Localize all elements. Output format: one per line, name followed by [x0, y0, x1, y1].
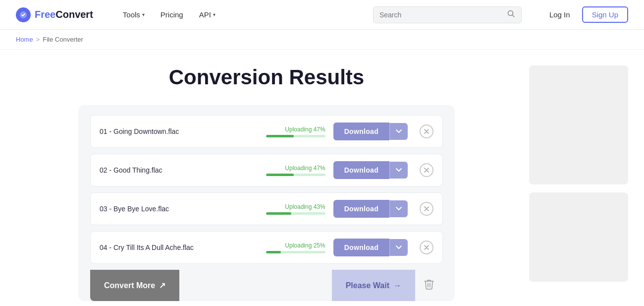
upload-label: Uploading 25%	[285, 242, 325, 249]
signup-button[interactable]: Sign Up	[582, 6, 628, 23]
download-button[interactable]: Download	[333, 122, 389, 140]
results-card: 01 - Going Downtown.flac Uploading 47% D…	[78, 105, 455, 301]
breadcrumb-home[interactable]: Home	[16, 36, 33, 43]
file-rows-container: 01 - Going Downtown.flac Uploading 47% D…	[90, 115, 443, 264]
convert-more-icon: ↗	[159, 281, 165, 290]
file-row: 03 - Bye Bye Love.flac Uploading 43% Dow…	[90, 192, 443, 225]
search-bar	[373, 6, 522, 23]
breadcrumb-separator: >	[36, 36, 40, 43]
close-button[interactable]	[420, 124, 433, 138]
spacer	[179, 270, 332, 301]
nav-tools[interactable]: Tools ▾	[117, 6, 151, 23]
download-chevron-button[interactable]	[389, 123, 408, 140]
progress-bar-fill	[266, 174, 294, 176]
file-row: 02 - Good Thing.flac Uploading 47% Downl…	[90, 154, 443, 186]
upload-status: Uploading 25%	[261, 242, 325, 253]
progress-bar-fill	[266, 251, 281, 253]
file-row: 04 - Cry Till Its A Dull Ache.flac Uploa…	[90, 231, 443, 264]
download-button[interactable]: Download	[333, 239, 389, 256]
auth-buttons: Log In Sign Up	[543, 6, 628, 23]
logo-convert-text: Convert	[55, 9, 93, 20]
logo[interactable]: FreeConvert	[16, 7, 93, 22]
download-button[interactable]: Download	[333, 161, 389, 179]
main-nav: Tools ▾ Pricing API ▾	[117, 6, 221, 23]
main-content: Conversion Results 01 - Going Downtown.f…	[0, 50, 644, 306]
sidebar-ads	[529, 65, 628, 301]
please-wait-label: Please Wait	[346, 281, 389, 290]
upload-label: Uploading 47%	[285, 165, 325, 172]
breadcrumb: Home > File Converter	[0, 30, 644, 50]
download-chevron-button[interactable]	[389, 200, 408, 217]
progress-bar-bg	[266, 174, 325, 176]
convert-more-button[interactable]: Convert More ↗	[90, 270, 179, 301]
nav-api[interactable]: API ▾	[193, 6, 221, 23]
nav-pricing[interactable]: Pricing	[155, 6, 189, 23]
delete-button[interactable]	[415, 270, 443, 301]
close-button[interactable]	[420, 202, 433, 216]
upload-status: Uploading 47%	[261, 165, 325, 176]
progress-bar-bg	[266, 251, 325, 253]
api-chevron-icon: ▾	[213, 12, 215, 17]
header: FreeConvert Tools ▾ Pricing API ▾ Log In…	[0, 0, 644, 30]
file-name: 03 - Bye Bye Love.flac	[100, 205, 253, 213]
file-row: 01 - Going Downtown.flac Uploading 47% D…	[90, 115, 443, 148]
file-name: 01 - Going Downtown.flac	[100, 127, 253, 135]
please-wait-arrow-icon: →	[393, 281, 401, 290]
upload-label: Uploading 43%	[285, 203, 325, 210]
download-chevron-button[interactable]	[389, 162, 408, 179]
file-name: 02 - Good Thing.flac	[100, 166, 253, 174]
close-button[interactable]	[420, 163, 433, 177]
logo-free-text: Free	[35, 9, 55, 20]
tools-chevron-icon: ▾	[142, 12, 145, 17]
download-btn-group: Download	[333, 239, 408, 256]
close-button[interactable]	[420, 241, 433, 254]
content-area: Conversion Results 01 - Going Downtown.f…	[16, 65, 517, 301]
download-chevron-button[interactable]	[389, 239, 408, 256]
logo-icon	[16, 7, 31, 22]
upload-status: Uploading 43%	[261, 203, 325, 215]
please-wait-button[interactable]: Please Wait →	[332, 270, 415, 301]
page-title: Conversion Results	[16, 65, 517, 89]
bottom-actions: Convert More ↗ Please Wait →	[90, 270, 443, 301]
ad-block-bottom	[529, 192, 628, 282]
download-btn-group: Download	[333, 200, 408, 218]
file-name: 04 - Cry Till Its A Dull Ache.flac	[100, 244, 253, 251]
ad-block-top	[529, 65, 628, 184]
progress-bar-fill	[266, 212, 292, 215]
search-icon	[507, 10, 515, 20]
upload-status: Uploading 47%	[261, 126, 325, 137]
svg-line-1	[512, 15, 514, 17]
download-btn-group: Download	[333, 122, 408, 140]
convert-more-label: Convert More	[104, 281, 155, 290]
progress-bar-bg	[266, 135, 325, 137]
login-button[interactable]: Log In	[543, 7, 576, 22]
upload-label: Uploading 47%	[285, 126, 325, 133]
progress-bar-bg	[266, 212, 325, 215]
breadcrumb-current: File Converter	[43, 36, 83, 43]
search-input[interactable]	[379, 11, 503, 19]
progress-bar-fill	[266, 135, 294, 137]
download-button[interactable]: Download	[333, 200, 389, 218]
download-btn-group: Download	[333, 161, 408, 179]
